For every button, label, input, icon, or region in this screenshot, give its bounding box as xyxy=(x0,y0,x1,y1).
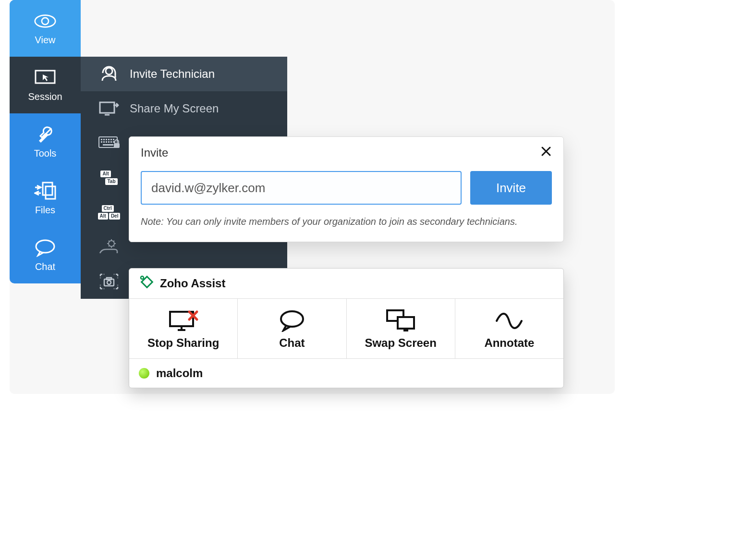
action-label: Stop Sharing xyxy=(147,336,219,350)
close-icon[interactable] xyxy=(540,146,552,159)
action-label: Chat xyxy=(279,336,305,350)
submenu-item-label: Invite Technician xyxy=(130,67,215,81)
svg-point-0 xyxy=(35,15,55,27)
files-icon xyxy=(34,182,56,201)
svg-rect-16 xyxy=(108,139,110,140)
svg-rect-17 xyxy=(110,139,112,140)
chat-bubble-icon xyxy=(279,309,305,332)
svg-point-44 xyxy=(281,311,303,327)
invite-email-input[interactable] xyxy=(141,171,462,205)
svg-rect-15 xyxy=(106,139,107,140)
swap-screen-icon xyxy=(385,309,416,332)
alt-tab-icon: Alt Tab xyxy=(98,171,120,185)
sidebar-item-files[interactable]: Files xyxy=(10,170,81,227)
tools-icon xyxy=(34,125,56,144)
action-stop-sharing[interactable]: Stop Sharing xyxy=(129,299,238,358)
eye-icon xyxy=(34,12,56,31)
sidebar-item-session[interactable]: Session xyxy=(10,57,81,113)
svg-point-1 xyxy=(42,17,49,24)
submenu-item-label: Share My Screen xyxy=(130,102,219,115)
screen-share-icon xyxy=(98,100,120,117)
camera-capture-icon xyxy=(98,273,120,290)
action-annotate[interactable]: Annotate xyxy=(455,299,563,358)
zoho-assist-logo-icon xyxy=(138,274,154,293)
svg-line-32 xyxy=(109,241,110,242)
invite-dialog-title: Invite xyxy=(141,146,168,159)
svg-rect-4 xyxy=(43,183,52,195)
invite-button[interactable]: Invite xyxy=(470,171,552,205)
svg-point-9 xyxy=(114,76,116,78)
monitor-cursor-icon xyxy=(34,68,56,87)
svg-line-35 xyxy=(109,245,110,246)
sidebar-item-chat[interactable]: Chat xyxy=(10,227,81,283)
sidebar-item-view[interactable]: View xyxy=(10,0,81,57)
sidebar-item-label: Files xyxy=(35,205,55,216)
svg-point-7 xyxy=(106,68,112,74)
svg-rect-5 xyxy=(46,186,55,199)
svg-point-40 xyxy=(141,276,144,279)
sidebar-item-label: Chat xyxy=(35,261,55,272)
action-label: Annotate xyxy=(484,336,534,350)
action-label: Swap Screen xyxy=(365,336,436,350)
presence-status-icon xyxy=(139,368,149,379)
submenu-share-my-screen[interactable]: Share My Screen xyxy=(81,91,287,126)
svg-rect-21 xyxy=(106,141,107,143)
svg-rect-25 xyxy=(103,144,113,146)
invite-note: Note: You can only invite members of you… xyxy=(141,216,552,227)
presence-username: malcolm xyxy=(156,367,203,380)
svg-point-6 xyxy=(36,240,54,253)
svg-line-33 xyxy=(113,245,114,246)
sidebar-item-label: Tools xyxy=(34,148,57,159)
svg-rect-23 xyxy=(110,141,112,143)
action-swap-screen[interactable]: Swap Screen xyxy=(347,299,455,358)
action-chat[interactable]: Chat xyxy=(238,299,346,358)
annotate-wave-icon xyxy=(495,309,524,332)
keyboard-lock-icon xyxy=(98,136,120,150)
headset-user-icon xyxy=(98,64,120,84)
svg-rect-13 xyxy=(101,139,102,140)
svg-rect-26 xyxy=(114,143,120,148)
sidebar-item-label: Session xyxy=(28,91,62,102)
svg-rect-22 xyxy=(108,141,110,143)
sidebar: View Session Tools Files Chat xyxy=(10,0,81,283)
svg-point-37 xyxy=(107,281,111,284)
svg-line-34 xyxy=(113,241,114,242)
ctrl-alt-del-icon: Ctrl AltDel xyxy=(98,205,120,220)
svg-rect-46 xyxy=(398,317,414,329)
sidebar-item-tools[interactable]: Tools xyxy=(10,113,81,170)
svg-rect-19 xyxy=(101,141,102,143)
svg-rect-20 xyxy=(103,141,105,143)
zoho-assist-card: Zoho Assist Stop Sharing Chat Swap Scree… xyxy=(129,268,564,388)
chat-icon xyxy=(34,238,56,257)
svg-rect-14 xyxy=(103,139,105,140)
svg-rect-10 xyxy=(100,102,114,113)
submenu-invite-technician[interactable]: Invite Technician xyxy=(81,57,287,91)
svg-rect-18 xyxy=(113,139,114,140)
stop-sharing-icon xyxy=(168,309,199,332)
zoho-assist-title: Zoho Assist xyxy=(160,277,225,290)
invite-dialog: Invite Invite Note: You can only invite … xyxy=(129,136,564,242)
hand-gear-icon xyxy=(98,239,120,255)
sidebar-item-label: View xyxy=(35,35,56,46)
svg-rect-24 xyxy=(113,141,114,143)
